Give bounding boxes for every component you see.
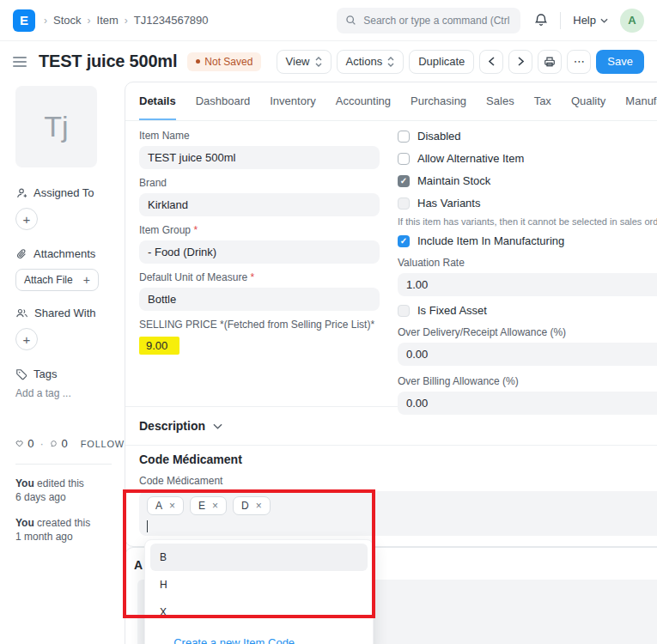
create-new-link[interactable]: + Create a new Item Code Medicament [150,629,368,644]
search-icon [345,15,356,26]
chevron-down-icon [213,423,222,429]
assigned-to-label: Assigned To [15,186,125,199]
selected-tag-e[interactable]: E× [190,496,227,515]
allow-alternative-item-checkbox[interactable] [398,153,410,165]
next-button[interactable] [508,50,532,74]
remove-tag-icon[interactable]: × [212,500,218,512]
has-variants-checkbox[interactable] [398,197,410,210]
dropdown-option-b[interactable]: B [150,544,368,571]
search-input[interactable] [363,15,512,27]
chevron-right-icon: › [44,15,47,27]
over-billing-allowance-input[interactable]: 0.00 [398,392,657,415]
checkbox-row-allow-alternative: Allow Alternative Item [398,152,657,165]
default-uom-input[interactable]: Bottle [139,288,380,311]
tab-dashboard[interactable]: Dashboard [196,82,251,120]
field-label: Item Name [139,130,380,142]
valuation-rate-input[interactable]: 1.00 [398,273,657,296]
add-tag-input[interactable]: Add a tag ... [15,387,125,399]
item-group-input[interactable]: - Food (Drink) [139,240,380,264]
duplicate-button[interactable]: Duplicate [409,50,474,74]
view-button[interactable]: View [277,50,332,74]
checkbox-row-include-manufacturing: Include Item In Manufacturing [398,234,657,247]
app-logo[interactable]: E [13,9,35,32]
field-item-group: Item Group * - Food (Drink) [139,224,380,264]
attachments-label: Attachments [15,247,125,260]
add-share-button[interactable]: + [15,328,38,350]
remove-tag-icon[interactable]: × [256,500,262,512]
checkbox-row-is-fixed-asset: Is Fixed Asset [398,304,657,317]
tab-accounting[interactable]: Accounting [336,82,391,120]
disabled-checkbox[interactable] [398,131,410,143]
code-medicament-multiselect-input[interactable]: A× E× D× [139,491,657,536]
social-row: 0 · 0 FOLLOW [15,437,125,450]
checkbox-label: Disabled [417,130,461,143]
actions-button[interactable]: Actions [337,50,405,74]
activity-edited: You edited this 6 days ago [15,477,125,504]
header-divider [560,12,561,29]
breadcrumb-stock[interactable]: Stock [53,14,82,27]
heart-icon[interactable] [15,437,23,450]
field-label: SELLING PRICE *(Fetched from Selling Pri… [139,319,380,331]
over-delivery-allowance-input[interactable]: 0.00 [398,343,657,366]
breadcrumb-docname[interactable]: TJ1234567890 [134,14,209,27]
shared-with-label: Shared With [15,307,125,319]
form-card: Details Dashboard Inventory Accounting P… [125,82,657,547]
checkbox-label: Is Fixed Asset [417,304,487,317]
checkbox-label: Maintain Stock [417,174,490,187]
field-label: Over Delivery/Receipt Allowance (%) [398,326,657,338]
selected-tag-a[interactable]: A× [147,496,184,515]
activity-created: You created this 1 month ago [15,516,125,544]
tab-sales[interactable]: Sales [486,82,514,120]
notification-bell-icon[interactable] [534,13,548,27]
chevron-down-icon [600,18,608,23]
add-assignment-button[interactable]: + [15,208,38,230]
like-count: 0 [27,437,33,450]
comment-count: 0 [62,437,68,450]
brand-input[interactable]: Kirkland [139,193,380,216]
chevron-right-icon: › [125,15,128,27]
code-medicament-dropdown: B H X + Create a new Item Code Medicamen… [144,539,374,644]
dropdown-option-h[interactable]: H [150,571,368,598]
user-avatar[interactable]: A [620,9,644,33]
more-button[interactable]: ⋯ [567,50,591,74]
comment-icon[interactable] [50,437,58,450]
attach-file-button[interactable]: Attach File + [15,269,99,291]
item-name-input[interactable]: TEST juice 500ml [139,146,380,169]
tab-inventory[interactable]: Inventory [270,82,315,120]
field-label: Over Billing Allowance (%) [398,375,657,387]
remove-tag-icon[interactable]: × [169,500,175,512]
breadcrumb-item[interactable]: Item [97,14,119,27]
field-label: Brand [139,177,380,189]
activity-time: 6 days ago [15,491,66,503]
chevron-right-icon [518,57,524,66]
save-button[interactable]: Save [596,50,644,74]
tab-purchasing[interactable]: Purchasing [411,82,466,120]
follow-button[interactable]: FOLLOW [81,439,125,449]
selling-price-input[interactable]: 9.00 [139,337,179,355]
prev-button[interactable] [479,50,503,74]
checkbox-row-maintain-stock: Maintain Stock [398,174,657,187]
shared-users-icon [15,307,28,319]
tab-details[interactable]: Details [139,82,176,120]
tab-manufacturing[interactable]: Manufacturing [625,82,657,120]
field-label: Valuation Rate [398,257,657,269]
help-menu[interactable]: Help [573,14,608,27]
dropdown-option-x[interactable]: X [150,598,368,626]
page-title: TEST juice 500ml [39,52,177,71]
chevron-right-icon: › [88,15,91,27]
navbar: E › Stock › Item › TJ1234567890 Help A [0,0,657,41]
selected-tag-d[interactable]: D× [233,496,271,515]
tab-tax[interactable]: Tax [534,82,551,120]
include-item-in-manufacturing-checkbox[interactable] [398,235,410,247]
print-button[interactable] [538,50,562,74]
tab-quality[interactable]: Quality [571,82,605,120]
breadcrumb: › Stock › Item › TJ1234567890 [44,14,209,27]
is-fixed-asset-checkbox[interactable] [398,305,410,317]
checkbox-row-disabled: Disabled [398,130,657,143]
maintain-stock-checkbox[interactable] [398,175,410,187]
global-search[interactable] [337,8,520,33]
item-image-placeholder[interactable]: Tj [15,86,97,167]
menu-icon[interactable] [13,57,27,67]
text-cursor [147,520,148,532]
field-label: Default Unit of Measure * [139,271,380,283]
